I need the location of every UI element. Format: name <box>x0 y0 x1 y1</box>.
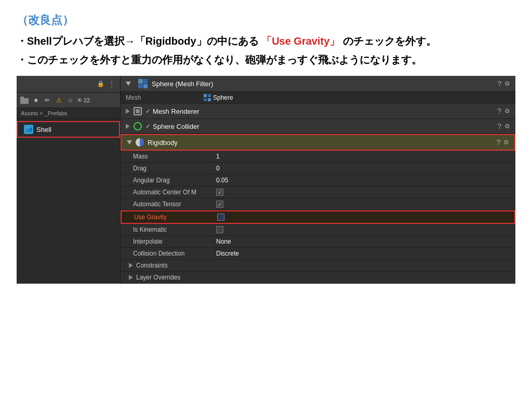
page-container: （改良点） ・Shellプレハブを選択→「Rigidbody」の中にある 「Us… <box>0 0 532 296</box>
help-icon-mesh-filter[interactable]: ? <box>497 79 501 88</box>
settings-icon-sphere-collider[interactable]: ⚙ <box>504 123 510 130</box>
prop-use-gravity-label: Use Gravity <box>134 214 217 221</box>
svg-marker-3 <box>26 127 30 128</box>
sphere-collider-label: Sphere Collider <box>153 123 497 130</box>
help-icon-rigidbody[interactable]: ? <box>496 138 500 147</box>
left-top-bar: 🔒 ⋮ <box>17 76 120 92</box>
layer-overrides-row[interactable]: Layer Overrides <box>121 272 515 284</box>
sphere-collider-collapse-icon[interactable] <box>126 124 130 129</box>
bullet-text-1: ・Shellプレハブを選択→「Rigidbody」の中にある 「Use Grav… <box>17 33 515 49</box>
help-icon-sphere-collider[interactable]: ? <box>497 122 501 130</box>
asset-label-shell: Shell <box>36 126 51 134</box>
mesh-value: Sphere <box>204 94 233 101</box>
prop-mass-label: Mass <box>133 153 216 160</box>
prop-is-kinematic-checkbox[interactable] <box>216 226 223 233</box>
prop-use-gravity-checkbox[interactable] <box>217 214 224 221</box>
mesh-filter-header: Sphere (Mesh Filter) ? ⚙ <box>121 76 515 92</box>
prop-drag: Drag 0 <box>121 163 515 175</box>
mesh-renderer-collapse-icon[interactable] <box>126 109 130 114</box>
prop-collision-detection: Collision Detection Discrete <box>121 248 515 260</box>
sphere-collider-icon <box>133 122 142 131</box>
prop-interpolate-label: Interpolate <box>133 238 216 245</box>
eye-count: 22 <box>84 97 90 103</box>
constraints-expand-icon[interactable] <box>129 263 133 268</box>
breadcrumb-text: Assets > _Prefabs <box>21 110 68 116</box>
eye-icon-badge: 👁 22 <box>77 97 90 103</box>
settings-icon-mesh-renderer[interactable]: ⚙ <box>504 108 510 115</box>
pencil-icon: ✏ <box>43 96 52 105</box>
prop-collision-detection-label: Collision Detection <box>133 250 216 257</box>
content-area: 🔒 ⋮ ★ ✏ ⚠ ☆ 👁 22 <box>17 76 515 284</box>
prop-use-gravity: Use Gravity <box>121 210 515 224</box>
sphere-collider-header-icons: ? ⚙ <box>497 122 510 130</box>
mesh-renderer-header-icons: ? ⚙ <box>497 107 510 115</box>
mesh-renderer-label: Mesh Renderer <box>153 108 497 115</box>
prop-is-kinematic-label: Is Kinematic <box>133 226 216 233</box>
rigidbody-expand-icon[interactable] <box>127 140 132 144</box>
eye-icon: 👁 <box>77 97 83 103</box>
svg-rect-0 <box>20 98 29 104</box>
inspector-panel: Sphere (Mesh Filter) ? ⚙ Mesh Sphere <box>121 76 515 284</box>
prop-interpolate-value: None <box>216 238 231 245</box>
prop-collision-detection-value: Discrete <box>216 250 239 257</box>
constraints-label: Constraints <box>136 262 168 269</box>
warning-icon: ⚠ <box>54 96 63 105</box>
mesh-renderer-checkbox[interactable]: ✓ <box>145 108 151 115</box>
sphere-collider-row[interactable]: ✓ Sphere Collider ? ⚙ <box>121 119 515 134</box>
mesh-filter-expand-icon[interactable] <box>126 82 131 86</box>
mesh-property-row: Mesh Sphere <box>121 92 515 104</box>
left-panel: 🔒 ⋮ ★ ✏ ⚠ ☆ 👁 22 <box>17 76 121 284</box>
help-icon-mesh-renderer[interactable]: ? <box>497 107 501 115</box>
settings-icon-mesh-filter[interactable]: ⚙ <box>504 80 510 87</box>
mesh-filter-title: Sphere (Mesh Filter) <box>152 80 493 88</box>
prop-auto-tensor-label: Automatic Tensor <box>133 201 216 208</box>
mesh-value-icon <box>204 94 211 101</box>
sphere-collider-checkbox[interactable]: ✓ <box>145 123 151 130</box>
star-icon: ★ <box>31 96 41 105</box>
shell-cube-icon <box>24 125 33 134</box>
prop-auto-center: Automatic Center Of M ✓ <box>121 187 515 198</box>
prop-interpolate: Interpolate None <box>121 236 515 248</box>
bullet1-text: ・Shellプレハブを選択→「Rigidbody」の中にある <box>17 35 259 47</box>
prop-drag-value: 0 <box>216 165 220 172</box>
left-toolbar: ★ ✏ ⚠ ☆ 👁 22 <box>17 92 120 108</box>
folder-icon <box>20 96 29 105</box>
mesh-renderer-icon <box>133 107 142 116</box>
mesh-value-text: Sphere <box>213 94 233 101</box>
svg-marker-4 <box>30 127 32 132</box>
lock-icon: 🔒 <box>97 81 104 87</box>
breadcrumb: Assets > _Prefabs <box>17 108 120 119</box>
rigidbody-label: Rigidbody <box>148 139 496 147</box>
layer-overrides-expand-icon[interactable] <box>129 275 133 280</box>
rigidbody-header-row[interactable]: Rigidbody ? ⚙ <box>121 134 515 151</box>
prop-auto-tensor-checkbox[interactable]: ✓ <box>216 201 223 208</box>
constraints-row[interactable]: Constraints <box>121 260 515 272</box>
bullet1-highlight: 「Use Gravity」 <box>261 35 340 47</box>
mesh-filter-icon <box>138 79 148 88</box>
layer-overrides-label: Layer Overrides <box>136 274 180 281</box>
svg-rect-1 <box>20 97 24 99</box>
bullet-text-2: ・このチェックを外すと重力の作用がなくなり、砲弾がまっすぐ飛ぶようになります。 <box>17 52 515 68</box>
prop-drag-label: Drag <box>133 165 216 172</box>
menu-icon[interactable]: ⋮ <box>108 80 116 88</box>
bookmark-icon: ☆ <box>65 96 75 105</box>
mesh-renderer-row[interactable]: ✓ Mesh Renderer ? ⚙ <box>121 104 515 119</box>
settings-icon-rigidbody[interactable]: ⚙ <box>503 139 509 146</box>
prop-mass-value: 1 <box>216 153 220 160</box>
asset-item-shell[interactable]: Shell <box>17 121 120 138</box>
prop-auto-center-checkbox[interactable]: ✓ <box>216 189 223 196</box>
rigidbody-header-icons: ? ⚙ <box>496 138 509 147</box>
mesh-filter-header-icons: ? ⚙ <box>497 79 510 88</box>
prop-auto-center-label: Automatic Center Of M <box>133 189 216 196</box>
rigidbody-icon <box>135 138 144 147</box>
bullet1-cont: のチェックを外す。 <box>343 35 436 47</box>
mesh-label: Mesh <box>126 94 204 101</box>
asset-list: Shell <box>17 119 120 140</box>
prop-angular-drag-label: Angular Drag <box>133 177 216 184</box>
svg-rect-2 <box>26 128 30 132</box>
prop-mass: Mass 1 <box>121 151 515 163</box>
prop-angular-drag-value: 0.05 <box>216 177 228 184</box>
improvement-label: （改良点） <box>17 12 515 28</box>
prop-is-kinematic: Is Kinematic <box>121 224 515 236</box>
prop-angular-drag: Angular Drag 0.05 <box>121 175 515 187</box>
